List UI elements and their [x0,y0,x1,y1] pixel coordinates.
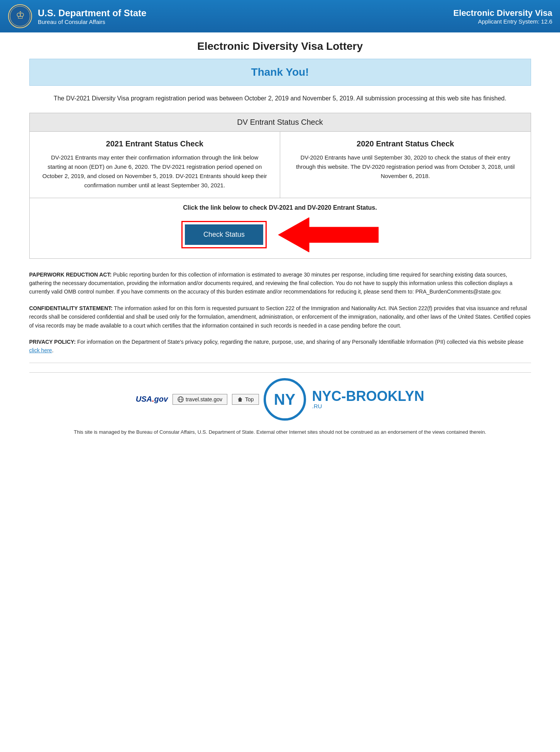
status-check-columns: 2021 Entrant Status Check DV-2021 Entran… [30,132,531,198]
svg-marker-7 [238,397,242,402]
check-status-button[interactable]: Check Status [185,224,263,245]
org-name: U.S. Department of State [38,8,146,19]
status-check-box: DV Entrant Status Check 2021 Entrant Sta… [29,113,531,259]
header-title-block: U.S. Department of State Bureau of Consu… [38,8,146,25]
confidentiality-label: CONFIDENTIALITY STATEMENT: [29,305,113,311]
check-status-wrapper: Check Status [181,221,267,248]
thank-you-text: Thank You! [251,66,309,78]
paperwork-label: PAPERWORK REDUCTION ACT: [29,272,112,278]
status-check-header: DV Entrant Status Check [30,113,531,132]
status-check-col-2020: 2020 Entrant Status Check DV-2020 Entran… [280,132,531,198]
site-header: ♔ U.S. Department of State Bureau of Con… [0,0,560,32]
footer-bottom-text: This site is managed by the Bureau of Co… [29,426,531,440]
top-link-text: Top [245,396,254,402]
nyc-brooklyn-text: NYC-BROOKLYN .RU [312,389,425,409]
thank-you-banner: Thank You! [29,59,531,86]
nyc-circle-logo: NY [264,378,306,421]
top-link[interactable]: Top [232,394,259,405]
confidentiality-section: CONFIDENTIALITY STATEMENT: The informati… [29,304,531,330]
bureau-name: Bureau of Consular Affairs [38,19,146,25]
travel-link-text: travel.state.gov [186,396,222,402]
usa-logo-gov: gov [154,395,168,403]
paperwork-section: PAPERWORK REDUCTION ACT: Public reportin… [29,270,531,296]
state-seal-icon: ♔ [8,4,32,29]
col2-title: 2020 Entrant Status Check [292,139,519,148]
header-left: ♔ U.S. Department of State Bureau of Con… [8,4,146,29]
header-right: Electronic Diversity Visa Applicant Entr… [453,8,552,25]
col1-text: DV-2021 Entrants may enter their confirm… [41,153,269,190]
privacy-text: For information on the Department of Sta… [76,339,523,345]
globe-icon [178,396,184,402]
footer-bottom-text2: other Internet sites should not be const… [276,429,486,435]
nyc-brooklyn-main: NYC-BROOKLYN [312,389,425,403]
visa-program-title: Electronic Diversity Visa [453,8,552,18]
click-instruction: Click the link below to check DV-2021 an… [36,204,524,211]
home-icon [237,396,243,402]
svg-marker-3 [278,217,379,252]
usa-gov-logo[interactable]: USA.gov [136,395,168,404]
travel-state-link[interactable]: travel.state.gov [173,394,227,405]
click-here-link[interactable]: click here [29,347,52,353]
usa-logo-text: USA [136,395,152,403]
footer-bottom-text1: This site is managed by the Bureau of Co… [74,429,275,435]
svg-text:♔: ♔ [16,9,25,21]
status-check-footer: Click the link below to check DV-2021 an… [30,198,531,258]
nyc-brooklyn-sub: .RU [312,403,425,409]
arrow-icon [278,217,379,252]
intro-paragraph: The DV-2021 Diversity Visa program regis… [29,93,531,104]
nyc-ny-text: NY [274,392,296,407]
button-arrow-area: Check Status [36,217,524,252]
page-title: Electronic Diversity Visa Lottery [29,40,531,53]
applicant-entry-system: Applicant Entry System: 12.6 [453,18,552,25]
footer-bar: USA.gov travel.state.gov Top NY NYC-BROO… [29,372,531,426]
col1-title: 2021 Entrant Status Check [41,139,269,148]
status-check-col-2021: 2021 Entrant Status Check DV-2021 Entran… [30,132,281,198]
privacy-section: PRIVACY POLICY: For information on the D… [29,338,531,355]
privacy-end: . [52,347,54,353]
col2-text: DV-2020 Entrants have until September 30… [292,153,519,181]
privacy-label: PRIVACY POLICY: [29,339,76,345]
main-content: Electronic Diversity Visa Lottery Thank … [14,32,546,447]
